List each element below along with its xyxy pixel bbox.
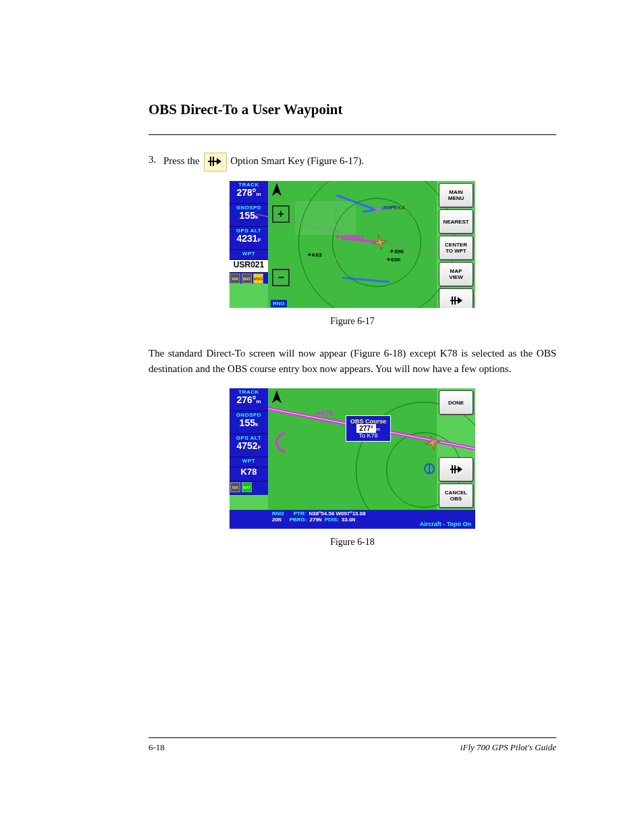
left-data-column-2: TRACK 276°m GNDSPD 155k GPS ALT 4752F WP…	[230, 388, 268, 529]
aircraft-icon	[371, 234, 388, 254]
footer-title: iFly 700 GPS Pilot's Guide	[460, 742, 556, 753]
paragraph-1: The standard Direct-To screen will now a…	[149, 346, 556, 376]
nearest-button[interactable]: NEAREST	[439, 209, 473, 234]
section-subtitle: OBS Direct-To a User Waypoint	[149, 101, 556, 118]
section-rule	[149, 134, 556, 135]
svg-marker-1	[217, 158, 221, 165]
status-bar: WX BAT MSG	[230, 273, 268, 284]
pbrg-num: 279	[310, 517, 319, 523]
track-num: 278°	[236, 187, 256, 198]
track-block-2: TRACK 276°m	[230, 388, 268, 411]
obs-value-row: 277°m	[350, 425, 386, 432]
track-value: 278°m	[230, 188, 268, 201]
svg-marker-7	[371, 234, 388, 251]
gndspd-num-2: 155	[240, 417, 255, 428]
map-area-2[interactable]: ✦K78 OBS Course 277°m To K78	[268, 388, 437, 510]
pbrg-unit: N	[319, 517, 322, 522]
wpt-header: WPT	[230, 250, 268, 260]
pdis-num: 33.6	[342, 517, 352, 523]
obs-course-box[interactable]: OBS Course 277°m To K78	[346, 415, 391, 442]
map-view-button[interactable]: MAP VIEW	[439, 262, 473, 286]
msg-chip: MSG	[253, 273, 263, 284]
usr-waypoint: ✦USR021	[336, 234, 364, 240]
cancel-obs-button[interactable]: CANCEL OBS	[439, 484, 473, 508]
airport-k63: ✦K63	[307, 252, 322, 258]
wpt-label-2: WPT	[230, 457, 268, 464]
figure-1-caption: Figure 6-17	[149, 316, 556, 327]
direct-to-icon	[204, 153, 227, 172]
left-data-column: TRACK 278°m GNDSPD 155k GPS ALT 4231F WP…	[230, 181, 268, 308]
airport-63k: ✦63K	[386, 257, 401, 263]
obs-unit: m	[376, 427, 380, 432]
bottom-info-bar: RNG PTR: N38°54.56 W097°13.08 20N PBRG: …	[230, 510, 475, 529]
bottom-row-1: RNG PTR: N38°54.56 W097°13.08	[232, 511, 473, 517]
gndspd-value: 155k	[230, 211, 268, 224]
ptr-value: N38°54.56 W097°13.08	[308, 511, 365, 517]
figure-2-caption: Figure 6-18	[149, 537, 556, 548]
step-3: 3. Press the Option Smart Key (Figure 6-…	[149, 153, 556, 172]
ptr-label: PTR:	[294, 511, 306, 517]
gps-panel-2: TRACK 276°m GNDSPD 155k GPS ALT 4752F WP…	[230, 388, 475, 529]
alt-value: 4231F	[230, 234, 268, 246]
done-button[interactable]: DONE	[439, 390, 473, 415]
pdis-label: PDIS:	[325, 517, 339, 523]
39k-label: 39K	[394, 249, 404, 255]
wpt-header-2: WPT	[230, 457, 268, 467]
wpt-value: USR021	[230, 260, 268, 271]
step-text-prefix: Press the	[163, 155, 203, 166]
gndspd-num: 155	[240, 210, 255, 221]
alt-unit-2: F	[258, 444, 261, 450]
center-to-wpt-button[interactable]: CENTER TO WPT	[439, 236, 473, 260]
compass-icon	[423, 463, 435, 477]
alt-unit: F	[258, 237, 261, 243]
alt-num: 4231	[236, 233, 257, 244]
rng-num: 20	[272, 517, 278, 523]
page-number: 6-18	[149, 742, 165, 753]
page-footer: 6-18 iFly 700 GPS Pilot's Guide	[149, 737, 556, 753]
footer-rule	[149, 737, 556, 738]
cdi-arc	[261, 429, 288, 456]
k78-label: K78	[321, 410, 333, 417]
rng-text: RNG	[271, 300, 287, 307]
document-page: OBS Direct-To a User Waypoint 3. Press t…	[0, 0, 644, 834]
track-value-2: 276°m	[230, 395, 268, 408]
main-menu-button[interactable]: MAIN MENU	[439, 183, 473, 207]
track-unit-2: m	[256, 398, 261, 405]
63k-label: 63K	[391, 257, 401, 263]
alt-block: GPS ALT 4231F	[230, 227, 268, 250]
step-number: 3.	[149, 153, 163, 167]
k63-label: K63	[312, 252, 322, 258]
status-bar-2: WX BAT	[230, 481, 268, 495]
topo-mode-label: Aircraft - Topo On	[420, 521, 471, 527]
obs-to: To K78	[350, 432, 386, 439]
wx-chip-2: WX	[230, 482, 240, 492]
track-block: TRACK 278°m	[230, 181, 268, 204]
pbrg-label: PBRG:	[290, 517, 307, 523]
course-line	[268, 181, 437, 308]
wx-chip: WX	[230, 273, 240, 284]
rng-label-2: RNG	[272, 511, 284, 517]
step-text: Press the Option Smart Key (Figure 6-17)…	[163, 153, 556, 172]
k78-waypoint: ✦K78	[315, 410, 333, 417]
gndspd-unit-2: k	[255, 421, 258, 427]
pbrg-value: 279N	[310, 517, 322, 523]
map-area[interactable]: + − TOPEKA ✦USR021 ✦K63 ✦39K ✦63K RNG	[268, 181, 437, 308]
wpt-label: WPT	[230, 250, 268, 257]
rng-unit: N	[278, 517, 281, 522]
softkey-spacer	[439, 417, 473, 455]
airport-39k: ✦39K	[390, 249, 404, 255]
footer-row: 6-18 iFly 700 GPS Pilot's Guide	[149, 742, 556, 753]
wpt-value-block: USR021	[230, 260, 268, 273]
track-unit: m	[256, 191, 261, 197]
pdis-unit: N	[352, 517, 356, 522]
softkey-column: MAIN MENU NEAREST CENTER TO WPT MAP VIEW	[437, 181, 475, 308]
direct-to-button[interactable]	[439, 288, 473, 308]
rng-label: RNG	[271, 301, 287, 307]
wpt-value-block-2: K78	[230, 467, 268, 481]
svg-marker-9	[458, 297, 462, 304]
bat-chip: BAT	[242, 273, 252, 284]
usr-waypoint-label: USR021	[341, 234, 364, 240]
gps-panel-1: TRACK 278°m GNDSPD 155k GPS ALT 4231F WP…	[230, 181, 475, 308]
direct-to-button-2[interactable]	[439, 457, 473, 481]
bat-chip-2: BAT	[242, 482, 252, 492]
